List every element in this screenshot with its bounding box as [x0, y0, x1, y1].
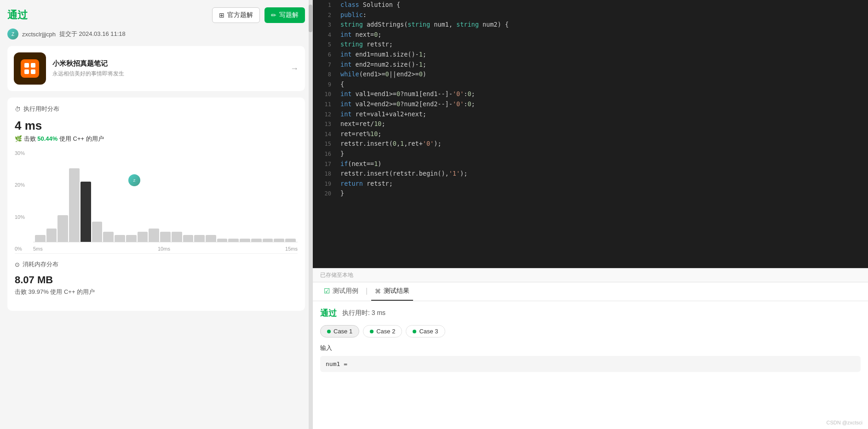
ad-text: 小米秋招真题笔记 永远相信美好的事情即将发生 [52, 59, 284, 78]
code-line-9: 9 { [313, 80, 868, 90]
exec-time: 执行用时: 3 ms [342, 309, 385, 317]
chart-bar-11 [160, 232, 171, 242]
ad-title: 小米秋招真题笔记 [52, 59, 284, 68]
line-number: 3 [318, 21, 331, 29]
code-editor[interactable]: 1class Solution {2public:3 string addStr… [313, 0, 868, 268]
terminal-icon: ⌘ [375, 288, 381, 295]
case-tab-3[interactable]: Case 3 [406, 325, 445, 337]
code-line-3: 3 string addStrings(string num1, string … [313, 20, 868, 30]
chart-bars [33, 150, 298, 242]
chart-avatar: Z [127, 173, 141, 187]
chart-bar-5 [92, 222, 103, 242]
code-text: int val2=end2>=0?num2[end2--]-'0':0; [340, 99, 475, 109]
code-line-12: 12 int ret=val1+val2+next; [313, 109, 868, 120]
line-number: 13 [318, 120, 331, 129]
code-line-6: 6 int end1=num1.size()-1; [313, 50, 868, 60]
code-text: retstr.insert(0,1,ret+'0'); [340, 139, 442, 149]
code-line-18: 18 retstr.insert(retstr.begin(),'1'); [313, 169, 868, 179]
svg-rect-3 [31, 69, 35, 74]
chart-bar-7 [115, 235, 125, 242]
chart-bar-10 [149, 229, 159, 242]
code-line-7: 7 int end2=num2.size()-1; [313, 60, 868, 70]
chart-bar-9 [138, 232, 148, 242]
code-text: if(next==1) [340, 159, 381, 169]
time-stats-title: ⏱ 执行用时分布 [15, 105, 298, 113]
code-line-8: 8 while(end1>=0||end2>=0) [313, 69, 868, 80]
chart-x-labels: 5ms 10ms 15ms [33, 246, 298, 252]
code-text: int ret=val1+val2+next; [340, 109, 426, 120]
scrollbar[interactable] [309, 0, 312, 429]
line-number: 10 [318, 90, 331, 99]
chart-bar-14 [194, 235, 205, 242]
code-line-13: 13 next=ret/10; [313, 119, 868, 129]
line-number: 15 [318, 140, 331, 149]
chart-bar-21 [274, 239, 284, 242]
tab-divider: | [362, 282, 371, 301]
tab-test-cases[interactable]: ☑ 测试用例 [320, 282, 362, 301]
case-dot-2 [370, 330, 374, 333]
code-text: int next=0; [340, 30, 381, 40]
header: 通过 ⊞ 官方题解 ✏ 写题解 [7, 7, 305, 23]
saved-text: 已存储至本地 [320, 272, 353, 278]
line-number: 17 [318, 160, 331, 169]
code-text: string retstr; [340, 40, 393, 50]
hand-icon: 🌿 [15, 135, 24, 142]
code-text: return retstr; [340, 179, 393, 189]
line-number: 11 [318, 100, 331, 109]
chart-bar-20 [263, 239, 273, 242]
code-text: public: [340, 10, 367, 20]
chart-bar-1 [46, 229, 57, 242]
code-line-1: 1class Solution { [313, 0, 868, 10]
right-panel: 1class Solution {2public:3 string addStr… [313, 0, 868, 429]
write-solution-button[interactable]: ✏ 写题解 [264, 7, 305, 23]
ad-icon [14, 52, 46, 85]
result-pass-badge: 通过 [320, 308, 337, 319]
chart-bar-8 [126, 235, 137, 242]
line-number: 2 [318, 11, 331, 20]
code-text: retstr.insert(retstr.begin(),'1'); [340, 169, 467, 179]
code-text: string addStrings(string num1, string nu… [340, 20, 509, 30]
code-line-10: 10 int val1=end1>=0?num1[end1--]-'0':0; [313, 89, 868, 99]
memory-section: ⊙ 消耗内存分布 8.07 MB 击败 39.97% 使用 C++ 的用户 [15, 253, 298, 296]
arrow-icon: → [290, 64, 299, 74]
memory-icon: ⊙ [15, 261, 20, 268]
ad-card[interactable]: 小米秋招真题笔记 永远相信美好的事情即将发生 → [7, 46, 305, 91]
test-tabs: ☑ 测试用例 | ⌘ 测试结果 [313, 282, 868, 301]
input-label: 输入 [320, 344, 861, 352]
code-text: class Solution { [340, 0, 400, 10]
test-panel: ☑ 测试用例 | ⌘ 测试结果 通过 执行用时: 3 ms Case 1 [313, 282, 868, 429]
code-line-14: 14 ret=ret%10; [313, 129, 868, 139]
chart-bar-6 [103, 232, 114, 242]
code-line-11: 11 int val2=end2>=0?num2[end2--]-'0':0; [313, 99, 868, 109]
scroll-thumb[interactable] [309, 5, 312, 32]
line-number: 1 [318, 1, 331, 10]
case-tab-1[interactable]: Case 1 [320, 325, 359, 337]
case-dot-1 [327, 330, 331, 333]
user-info: Z zxctsclrjjjcph 提交于 2024.03.16 11:18 [7, 29, 305, 40]
avatar: Z [7, 29, 18, 40]
ad-logo [21, 59, 39, 78]
chart-bar-18 [240, 239, 250, 242]
line-number: 7 [318, 61, 331, 69]
code-text: next=ret/10; [340, 119, 385, 129]
code-text: int val1=end1>=0?num1[end1--]-'0':0; [340, 89, 475, 99]
chart-bar-17 [228, 239, 239, 242]
chart-content: Z [33, 150, 298, 242]
stats-card: ⏱ 执行用时分布 4 ms 🌿 击败 50.44% 使用 C++ 的用户 30%… [7, 97, 305, 311]
case-dot-3 [413, 330, 416, 333]
code-line-16: 16 } [313, 149, 868, 159]
tab-test-results[interactable]: ⌘ 测试结果 [371, 282, 413, 301]
memory-beat: 击败 39.97% 使用 C++ 的用户 [15, 288, 298, 296]
code-text: { [340, 80, 344, 90]
chart-bar-2 [57, 215, 68, 242]
code-text: int end1=num1.size()-1; [340, 50, 426, 60]
code-text: } [340, 189, 344, 199]
official-solution-button[interactable]: ⊞ 官方题解 [212, 7, 260, 23]
code-line-15: 15 retstr.insert(0,1,ret+'0'); [313, 139, 868, 149]
case-tab-2[interactable]: Case 2 [363, 325, 402, 337]
username: zxctsclrjjjcph [22, 31, 56, 38]
chart-y-labels: 30% 20% 10% 0% [15, 150, 31, 252]
test-content: 通过 执行用时: 3 ms Case 1 Case 2 Case 3 [313, 301, 868, 429]
line-number: 9 [318, 80, 331, 89]
line-number: 12 [318, 110, 331, 119]
